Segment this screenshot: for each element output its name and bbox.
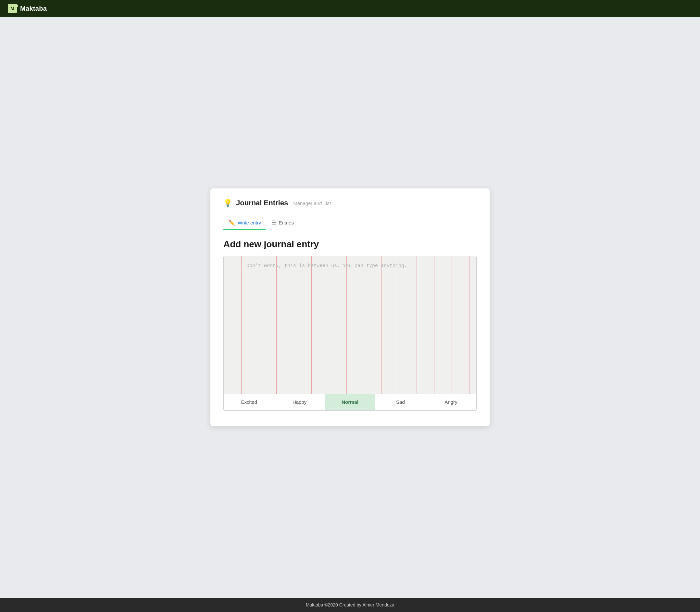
mood-normal[interactable]: Normal [325,394,375,410]
notebook-lines [224,256,476,394]
page-header: 💡 Journal Entries Manager and List [223,199,477,207]
journal-textarea[interactable] [224,256,476,393]
write-entry-icon: ✏️ [229,220,235,226]
tab-entries-label: Entries [278,220,294,225]
mood-sad[interactable]: Sad [375,394,426,410]
app-footer: Maktaba ©2020 Created by Almer Mendoza [0,598,700,612]
entries-icon: ☰ [271,220,276,226]
tabs-container: ✏️ Write entry ☰ Entries [223,216,477,230]
page-title: Journal Entries [236,199,288,207]
tab-write-entry-label: Write entry [238,220,261,225]
mood-excited[interactable]: Excited [224,394,274,410]
app-header: M Maktaba [0,0,700,17]
footer-text: Maktaba ©2020 Created by Almer Mendoza [306,602,395,608]
page-subtitle: Manager and List [293,200,331,206]
logo-text: M [10,6,14,11]
card: 💡 Journal Entries Manager and List ✏️ Wr… [210,189,490,426]
mood-happy[interactable]: Happy [274,394,325,410]
tab-write-entry[interactable]: ✏️ Write entry [223,216,266,230]
page-icon: 💡 [223,199,232,207]
notebook-container: Excited Happy Normal Sad Angry [223,256,477,411]
tab-entries[interactable]: ☰ Entries [266,216,299,230]
mood-angry[interactable]: Angry [426,394,476,410]
app-title: Maktaba [20,5,47,12]
section-heading: Add new journal entry [223,239,477,249]
main-content: 💡 Journal Entries Manager and List ✏️ Wr… [0,17,700,598]
mood-selector: Excited Happy Normal Sad Angry [224,394,476,410]
app-logo: M [8,4,17,13]
